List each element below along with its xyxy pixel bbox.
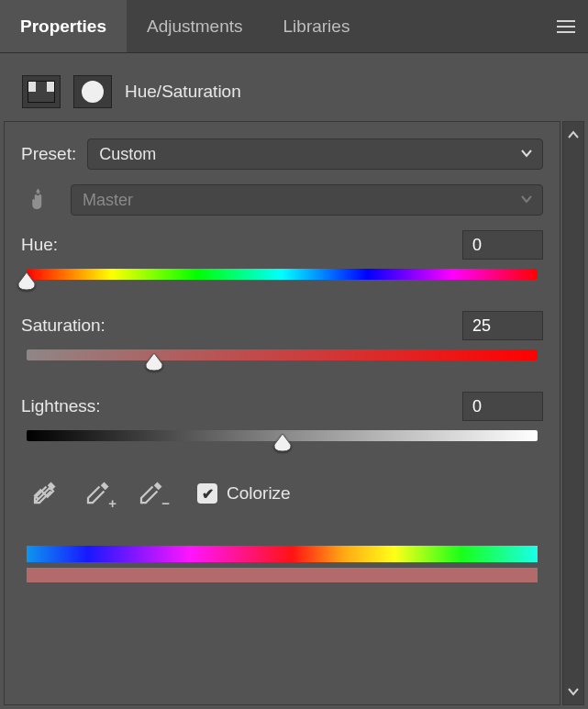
colorize-checkbox[interactable]: ✔ bbox=[197, 483, 217, 504]
eyedropper-icon[interactable] bbox=[28, 478, 60, 509]
minus-badge: − bbox=[161, 495, 170, 511]
hue-slider-thumb[interactable] bbox=[17, 272, 37, 291]
adjustment-title: Hue/Saturation bbox=[125, 82, 241, 102]
hue-slider-track[interactable] bbox=[27, 269, 538, 280]
hue-label: Hue: bbox=[21, 235, 58, 255]
channel-dropdown: Master bbox=[71, 184, 543, 216]
channel-value: Master bbox=[83, 191, 133, 210]
scroll-up-icon[interactable] bbox=[566, 127, 581, 142]
hue-input[interactable] bbox=[462, 230, 543, 260]
adjustment-type-icon bbox=[22, 75, 61, 108]
plus-badge: + bbox=[108, 495, 116, 511]
adjustment-title-row: Hue/Saturation bbox=[0, 53, 588, 121]
targeted-adjust-icon[interactable] bbox=[21, 186, 60, 214]
svg-rect-1 bbox=[557, 26, 575, 28]
eyedropper-subtract-icon[interactable]: − bbox=[135, 478, 166, 509]
hue-spectrum-bar[interactable] bbox=[27, 546, 538, 562]
preset-label: Preset: bbox=[21, 144, 76, 164]
tab-properties[interactable]: Properties bbox=[0, 0, 127, 52]
result-spectrum-bar bbox=[27, 568, 538, 582]
layer-mask-icon[interactable] bbox=[73, 75, 112, 108]
properties-content: Preset: Custom Master bbox=[4, 121, 560, 705]
tab-libraries[interactable]: Libraries bbox=[263, 0, 371, 52]
lightness-slider-track[interactable] bbox=[27, 430, 538, 441]
colorize-label: Colorize bbox=[227, 483, 291, 504]
svg-rect-2 bbox=[557, 31, 575, 33]
lightness-slider-thumb[interactable] bbox=[272, 434, 293, 452]
lightness-input[interactable] bbox=[462, 392, 543, 421]
svg-rect-0 bbox=[557, 20, 575, 22]
saturation-input[interactable] bbox=[462, 311, 543, 340]
eyedropper-add-icon[interactable]: + bbox=[82, 478, 113, 509]
saturation-slider-thumb[interactable] bbox=[144, 353, 164, 371]
vertical-scrollbar[interactable] bbox=[562, 121, 584, 705]
saturation-slider-track[interactable] bbox=[27, 349, 538, 360]
scroll-down-icon[interactable] bbox=[566, 684, 581, 699]
panel-menu-icon[interactable] bbox=[544, 0, 588, 52]
preset-value: Custom bbox=[99, 145, 156, 164]
lightness-label: Lightness: bbox=[21, 396, 101, 416]
preset-dropdown[interactable]: Custom bbox=[87, 138, 543, 170]
chevron-down-icon bbox=[520, 145, 533, 164]
chevron-down-icon bbox=[520, 191, 533, 210]
tab-adjustments[interactable]: Adjustments bbox=[127, 0, 263, 52]
tab-bar: Properties Adjustments Libraries bbox=[0, 0, 588, 53]
saturation-label: Saturation: bbox=[21, 316, 105, 336]
